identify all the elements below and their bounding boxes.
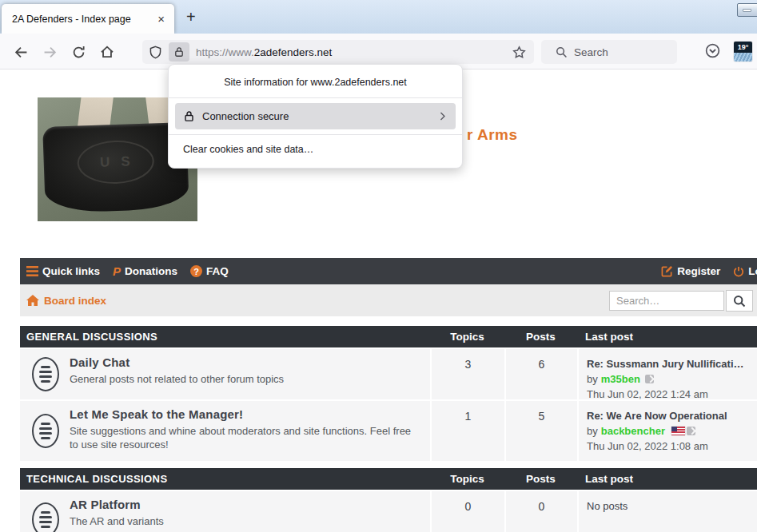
weather-extension-icon[interactable]: 19° [734,42,752,62]
col-posts: Posts [504,473,577,485]
forum-content: Quick links P Donations ? FAQ Register [20,258,757,532]
forum-row-daily-chat: Daily Chat General posts not related to … [20,349,757,399]
forum-row-manager: Let Me Speak to the Manager! Site sugges… [20,401,757,461]
search-placeholder: Search [574,46,608,58]
forum-title-link[interactable]: Let Me Speak to the Manager! [70,407,421,421]
forum-description: The AR and variants [70,514,164,528]
goto-last-post-icon[interactable] [645,375,654,383]
last-post-title-link[interactable]: Re: Sussmann Jury Nullificati… [587,356,751,371]
forum-icon [32,491,70,532]
connection-secure-item[interactable]: Connection secure [175,103,456,129]
paypal-icon: P [113,264,121,278]
connection-secure-label: Connection secure [202,110,437,122]
weather-temp: 19° [734,42,752,53]
last-post-title-link[interactable]: Re: We Are Now Operational [587,408,751,423]
url-bar[interactable]: https://www.2adefenders.net [142,40,534,64]
forum-title-link[interactable]: AR Platform [70,498,164,511]
posts-count: 0 [504,491,577,532]
breadcrumb-bar: Board index [20,284,757,316]
url-text: https://www.2adefenders.net [196,46,332,58]
popup-divider [169,97,462,98]
quick-links-menu[interactable]: Quick links [26,265,100,277]
login-link[interactable]: Login [733,265,757,277]
forum-search-input[interactable] [609,291,724,311]
last-post-user-link[interactable]: m35ben [601,371,640,387]
section-title: TECHNICAL DISCUSSIONS [20,473,430,485]
forum-search-button[interactable] [726,290,753,312]
shield-icon[interactable] [149,46,162,59]
window-minimize-button[interactable] [737,3,757,17]
forum-icon [32,349,70,399]
last-post-user-link[interactable]: backbencher [601,423,665,439]
popup-title: Site information for www.2adefenders.net [169,65,462,97]
clear-cookies-item[interactable]: Clear cookies and site data… [169,135,462,164]
pocket-icon[interactable] [705,43,720,62]
home-button[interactable] [96,42,118,62]
topics-count: 3 [430,349,504,399]
forum-icon [32,401,70,461]
new-tab-button[interactable]: + [186,8,196,26]
col-last-post: Last post [577,331,757,343]
browser-tab[interactable]: 2A Defenders - Index page × [2,4,174,34]
forum-title-link[interactable]: Daily Chat [70,355,284,369]
last-post-time: Thu Jun 02, 2022 1:08 am [587,439,751,454]
weather-rain-graphic [734,53,752,62]
col-last-post: Last post [577,473,757,485]
posts-count: 5 [504,401,577,461]
browser-search-field[interactable]: Search [541,40,677,64]
tab-close-icon[interactable]: × [154,12,168,26]
hamburger-icon [26,266,38,276]
breadcrumb[interactable]: Board index [26,295,106,307]
home-icon [26,295,39,306]
navbar-right-group: Register Login [648,258,757,284]
goto-last-post-icon[interactable] [687,427,695,435]
question-icon: ? [190,265,202,277]
last-post-time: Thu Jun 02, 2022 1:24 am [587,387,751,402]
chevron-right-icon [437,111,448,121]
section-header-general: GENERAL DISCUSSIONS Topics Posts Last po… [20,326,757,347]
register-pencil-icon [661,265,673,277]
col-topics: Topics [430,473,504,485]
site-title-partial: r Arms [467,126,518,144]
faq-link[interactable]: ? FAQ [190,265,229,277]
url-scheme: https://www. [196,46,254,58]
us-emblem: US [77,139,155,185]
forum-search-group [609,291,753,312]
topics-count: 0 [430,491,504,532]
browser-window: 2A Defenders - Index page × + https://ww… [0,0,757,532]
section-title: GENERAL DISCUSSIONS [20,331,430,343]
donations-link[interactable]: P Donations [113,264,177,278]
site-info-popup: Site information for www.2adefenders.net… [168,64,463,169]
no-posts-label: No posts [587,498,751,512]
power-icon [733,266,744,277]
posts-count: 6 [504,349,577,399]
forum-row-ar-platform: AR Platform The AR and variants 0 0 No p… [20,491,757,532]
lock-icon [183,110,195,122]
bookmark-star-icon[interactable] [512,46,526,59]
url-host: 2adefenders.net [254,46,333,58]
col-posts: Posts [504,331,577,343]
reload-button[interactable] [67,42,90,62]
forum-description: General posts not related to other forum… [70,372,284,386]
forum-navbar: Quick links P Donations ? FAQ Register [20,258,757,284]
window-titlebar: 2A Defenders - Index page × + [0,0,757,34]
minimize-icon [743,9,751,12]
search-icon [556,46,568,58]
tab-title: 2A Defenders - Index page [12,14,154,25]
lock-icon[interactable] [169,42,189,62]
forward-button[interactable] [38,42,61,62]
forum-description: Site suggestions and whine about moderat… [70,424,421,451]
us-flag-icon [671,427,685,435]
section-header-technical: TECHNICAL DISCUSSIONS Topics Posts Last … [20,468,757,490]
col-topics: Topics [430,331,504,343]
register-link[interactable]: Register [661,265,720,277]
topics-count: 1 [430,401,504,461]
back-button[interactable] [10,42,32,62]
